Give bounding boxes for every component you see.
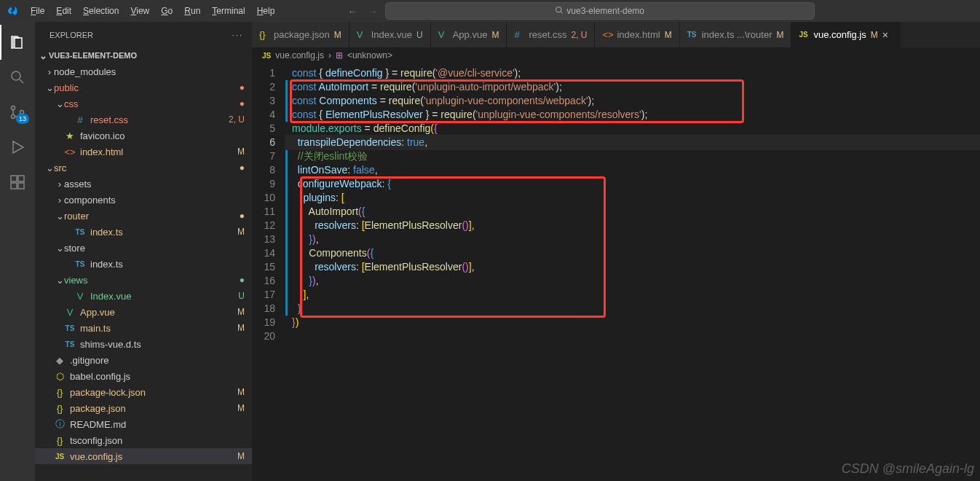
menu-selection[interactable]: Selection bbox=[77, 0, 125, 22]
tree-file-tsconfig[interactable]: {}tsconfig.json bbox=[35, 432, 252, 448]
nav-forward-button[interactable]: → bbox=[365, 3, 381, 19]
tree-folder-components[interactable]: ›components bbox=[35, 192, 252, 208]
code-content[interactable]: const { defineConfig } = require('@vue/c… bbox=[285, 63, 980, 481]
svg-point-5 bbox=[12, 115, 15, 119]
menu-terminal[interactable]: Terminal bbox=[206, 0, 250, 22]
title-bar: FFileile Edit Selection View Go Run Term… bbox=[0, 0, 980, 22]
svg-line-3 bbox=[20, 79, 23, 83]
code-editor[interactable]: 1234567891011121314151617181920 const { … bbox=[252, 63, 980, 481]
tree-file-vueconfig[interactable]: JSvue.config.jsM bbox=[35, 448, 252, 464]
scm-badge: 13 bbox=[16, 114, 29, 124]
explorer-project-header[interactable]: ⌄ VUE3-ELEMENT-DEMO bbox=[35, 47, 252, 63]
activity-source-control[interactable]: 13 bbox=[0, 95, 35, 130]
nav-back-button[interactable]: ← bbox=[344, 3, 360, 19]
line-numbers: 1234567891011121314151617181920 bbox=[252, 63, 285, 481]
tree-file-shims[interactable]: TSshims-vue.d.ts bbox=[35, 336, 252, 352]
close-icon[interactable]: × bbox=[882, 29, 893, 41]
tree-file-views-index[interactable]: VIndex.vueU bbox=[35, 288, 252, 304]
file-tree: ›node_modules ⌄public● ⌄css● #reset.css2… bbox=[35, 63, 252, 464]
menu-bar: FFileile Edit Selection View Go Run Term… bbox=[25, 0, 280, 22]
activity-extensions[interactable] bbox=[0, 165, 35, 200]
menu-file[interactable]: FFileile bbox=[25, 0, 50, 22]
tab-index-ts-router[interactable]: TSindex.ts ...\routerM bbox=[680, 22, 792, 47]
tab-package-json[interactable]: {}package.jsonM bbox=[252, 22, 349, 47]
menu-go[interactable]: Go bbox=[155, 0, 178, 22]
tree-folder-assets[interactable]: ›assets bbox=[35, 176, 252, 192]
activity-search[interactable] bbox=[0, 60, 35, 95]
menu-help[interactable]: Help bbox=[251, 0, 281, 22]
tab-app-vue[interactable]: VApp.vueM bbox=[431, 22, 507, 47]
activity-bar: 13 bbox=[0, 22, 35, 481]
svg-point-2 bbox=[12, 71, 20, 80]
editor-tabs: {}package.jsonM VIndex.vueU VApp.vueM #r… bbox=[252, 22, 980, 47]
svg-rect-10 bbox=[18, 176, 24, 181]
chevron-down-icon: ⌄ bbox=[39, 50, 47, 61]
tree-file-favicon[interactable]: ★favicon.ico bbox=[35, 128, 252, 144]
svg-rect-8 bbox=[11, 183, 17, 189]
menu-run[interactable]: Run bbox=[178, 0, 206, 22]
tree-file-pkglock[interactable]: {}package-lock.jsonM bbox=[35, 384, 252, 400]
tree-file-app-vue[interactable]: VApp.vueM bbox=[35, 304, 252, 320]
menu-edit[interactable]: Edit bbox=[50, 0, 77, 22]
app-logo bbox=[0, 5, 25, 17]
tree-file-store-index[interactable]: TSindex.ts bbox=[35, 256, 252, 272]
tree-folder-store[interactable]: ⌄store bbox=[35, 240, 252, 256]
svg-point-0 bbox=[556, 7, 562, 12]
tree-file-readme[interactable]: ⓘREADME.md bbox=[35, 416, 252, 432]
tab-reset-css[interactable]: #reset.css2, U bbox=[507, 22, 595, 47]
editor-area: {}package.jsonM VIndex.vueU VApp.vueM #r… bbox=[252, 22, 980, 481]
tree-folder-views[interactable]: ⌄views● bbox=[35, 272, 252, 288]
sidebar: EXPLORER ··· ⌄ VUE3-ELEMENT-DEMO ›node_m… bbox=[35, 22, 252, 481]
tree-folder-node-modules[interactable]: ›node_modules bbox=[35, 63, 252, 79]
activity-explorer[interactable] bbox=[0, 25, 35, 60]
tree-file-index-html[interactable]: <>index.htmlM bbox=[35, 144, 252, 160]
tree-file-reset-css[interactable]: #reset.css2, U bbox=[35, 112, 252, 128]
tree-file-main-ts[interactable]: TSmain.tsM bbox=[35, 320, 252, 336]
project-name: VUE3-ELEMENT-DEMO bbox=[49, 51, 137, 60]
sidebar-more-button[interactable]: ··· bbox=[232, 31, 243, 39]
tree-file-router-index[interactable]: TSindex.tsM bbox=[35, 224, 252, 240]
tree-file-gitignore[interactable]: ◆.gitignore bbox=[35, 352, 252, 368]
svg-rect-7 bbox=[11, 176, 17, 181]
tree-file-pkg[interactable]: {}package.jsonM bbox=[35, 400, 252, 416]
svg-point-4 bbox=[12, 106, 15, 110]
tree-folder-src[interactable]: ⌄src● bbox=[35, 160, 252, 176]
tab-index-html[interactable]: <>index.htmlM bbox=[595, 22, 679, 47]
search-icon bbox=[555, 6, 564, 17]
tab-vue-config[interactable]: JSvue.config.jsM× bbox=[791, 22, 900, 47]
tree-folder-css[interactable]: ⌄css● bbox=[35, 95, 252, 112]
svg-rect-9 bbox=[18, 183, 24, 189]
activity-run-debug[interactable] bbox=[0, 130, 35, 165]
breadcrumb[interactable]: JSvue.config.js›⊞<unknown> bbox=[252, 47, 980, 63]
tree-folder-public[interactable]: ⌄public● bbox=[35, 79, 252, 95]
svg-line-1 bbox=[561, 12, 563, 13]
tab-index-vue[interactable]: VIndex.vueU bbox=[349, 22, 431, 47]
sidebar-title: EXPLORER bbox=[50, 31, 93, 39]
tree-folder-router[interactable]: ⌄router● bbox=[35, 208, 252, 224]
menu-view[interactable]: View bbox=[125, 0, 155, 22]
command-center[interactable]: vue3-element-demo bbox=[385, 2, 815, 20]
sidebar-header: EXPLORER ··· bbox=[35, 22, 252, 47]
tree-file-babel[interactable]: ⬡babel.config.js bbox=[35, 368, 252, 384]
search-placeholder: vue3-element-demo bbox=[566, 6, 644, 16]
